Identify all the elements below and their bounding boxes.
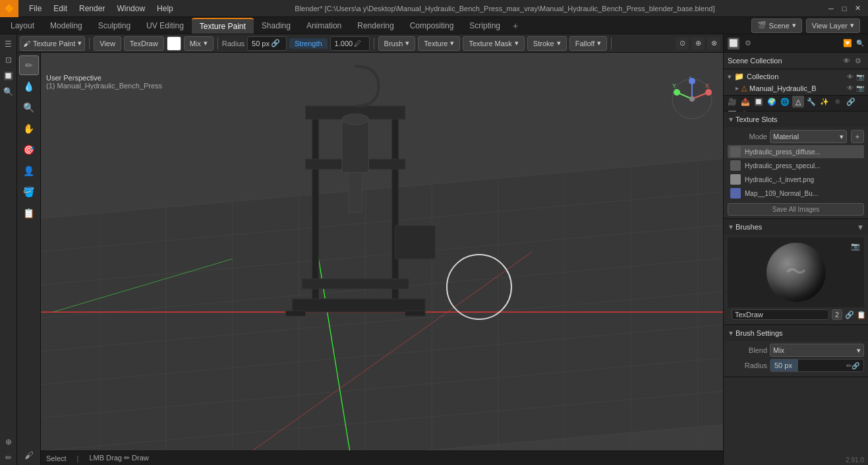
color-swatch[interactable]: [167, 36, 181, 51]
scene-selector[interactable]: 🎬 Scene ▾: [751, 18, 802, 33]
stroke-btn[interactable]: Stroke▾: [527, 36, 567, 51]
search-placeholder: 🔍: [856, 40, 864, 47]
brush-settings-header[interactable]: ▾ Brush Settings: [724, 325, 868, 341]
filter-icon[interactable]: 🔽: [842, 38, 854, 49]
save-all-images-btn[interactable]: Save All Images: [728, 203, 864, 216]
menu-file[interactable]: File: [24, 3, 47, 15]
mask-tool[interactable]: 👤: [19, 161, 39, 181]
maximize-button[interactable]: □: [839, 3, 850, 14]
add-slot-btn[interactable]: +: [851, 130, 864, 143]
texture-slot-1[interactable]: Hydraulic_press_specul...: [728, 159, 864, 172]
tab-scripting[interactable]: Scripting: [461, 18, 508, 34]
outliner-icon[interactable]: ⬜: [728, 38, 739, 49]
brush-btn[interactable]: Brush▾: [378, 36, 416, 51]
brush-link-icon[interactable]: 🔗: [845, 309, 854, 321]
tab-animation[interactable]: Animation: [299, 18, 349, 34]
object-eye[interactable]: 👁: [847, 84, 854, 92]
blend-dropdown[interactable]: Mix ▾: [770, 344, 864, 357]
menu-edit[interactable]: Edit: [48, 3, 72, 15]
smear-tool[interactable]: ✋: [19, 119, 39, 139]
clone-tool[interactable]: 🎯: [19, 140, 39, 160]
texture-slot-0[interactable]: Hydraulic_press_diffuse...: [728, 145, 864, 158]
window-title: Blender* [C:\Users\a y\Desktop\Manual_Hy…: [184, 5, 826, 13]
fill-tool[interactable]: 💧: [19, 77, 39, 96]
texture-mask-btn[interactable]: Texture Mask▾: [463, 36, 524, 51]
falloff-btn[interactable]: Falloff▾: [569, 36, 608, 51]
texture-slots-header[interactable]: ▾ Texture Slots: [724, 111, 868, 127]
texture-btn[interactable]: Texture▾: [418, 36, 460, 51]
radius-input[interactable]: 50 px 🔗: [247, 36, 287, 51]
transform-icon[interactable]: ⊕: [1, 435, 16, 449]
brush-name-label: TexDraw: [130, 40, 158, 47]
prop-world[interactable]: 🌐: [779, 96, 791, 108]
options-tool[interactable]: 🖌: [19, 445, 39, 465]
tool-icon-toggle[interactable]: ☰: [1, 37, 16, 51]
prop-output[interactable]: 📤: [739, 96, 751, 108]
menu-help[interactable]: Help: [152, 3, 179, 15]
mode-dropdown-slot[interactable]: Material ▾: [770, 130, 847, 143]
prop-render[interactable]: 🎥: [726, 96, 738, 108]
annotate-icon[interactable]: ✏: [1, 450, 16, 465]
texture-slot-3[interactable]: Map__109_Normal_Bu...: [728, 187, 864, 200]
tab-modeling[interactable]: Modeling: [42, 18, 90, 34]
scene-collection-settings[interactable]: ⚙: [852, 55, 864, 67]
prop-physics[interactable]: ⚛: [832, 96, 844, 108]
tab-sculpting[interactable]: Sculpting: [90, 18, 138, 34]
mode-icon[interactable]: ⊡: [1, 53, 16, 67]
brush-copy-icon[interactable]: 📋: [857, 309, 866, 321]
radius-slider[interactable]: 50 px ✏ 🔗: [770, 359, 864, 372]
collection-camera-icon[interactable]: 📷: [856, 73, 864, 80]
annotate-tool[interactable]: 📋: [19, 203, 39, 223]
overlay-icon[interactable]: ⊕: [691, 37, 705, 50]
draw-tool[interactable]: ✏: [19, 55, 39, 75]
scene-collection-eye[interactable]: 👁: [840, 55, 852, 67]
view-layer-selector[interactable]: View Layer ▾: [806, 18, 860, 33]
brush-name-display[interactable]: TexDraw: [124, 36, 164, 51]
brushes-header[interactable]: ▾ Brushes ▾: [724, 219, 868, 235]
view-btn[interactable]: View: [94, 36, 121, 51]
blend-label: Blend: [728, 346, 767, 354]
scene-collection-label: Scene Collection: [728, 57, 782, 65]
strength-input[interactable]: 1.000 🖊: [330, 36, 370, 51]
brush-preview-new[interactable]: 📷: [850, 240, 861, 252]
prop-scene[interactable]: 🌍: [766, 96, 778, 108]
soften-tool[interactable]: 🔍: [19, 98, 39, 117]
toolbar-sep-2: [217, 38, 218, 49]
tab-rendering[interactable]: Rendering: [349, 18, 401, 34]
prop-object[interactable]: △: [792, 96, 804, 108]
minimize-button[interactable]: ─: [826, 3, 836, 14]
collection-item-main[interactable]: ▾ 📁 Collection 👁 📷: [728, 71, 864, 82]
tab-compositing[interactable]: Compositing: [402, 18, 462, 34]
3d-viewport[interactable]: User Perspective (1) Manual_Hydraulic_Be…: [41, 53, 723, 465]
viewport-icon[interactable]: 🔲: [1, 69, 16, 83]
prop-particles[interactable]: ✨: [819, 96, 830, 108]
tab-uv-editing[interactable]: UV Editing: [138, 18, 192, 34]
tab-texture-paint[interactable]: Texture Paint: [192, 18, 254, 34]
texture-slot-2[interactable]: Hydraulic_..t_invert.png: [728, 173, 864, 186]
properties-icon[interactable]: ⚙: [742, 38, 754, 49]
prop-view-layer[interactable]: 🔲: [753, 96, 765, 108]
menu-render[interactable]: Render: [74, 3, 110, 15]
collection-item-object[interactable]: ▸ △ Manual_Hydraulic_B 👁 📷: [728, 82, 864, 94]
prop-constraints[interactable]: 🔗: [845, 96, 857, 108]
brushes-expand-icon[interactable]: ▾: [858, 222, 863, 232]
close-button[interactable]: ✕: [852, 3, 863, 14]
mode-label: Mode: [728, 133, 767, 140]
tab-layout[interactable]: Layout: [3, 18, 42, 34]
viewport-shading-icon[interactable]: ⊙: [676, 37, 689, 50]
prop-modifier[interactable]: 🔧: [805, 96, 817, 108]
texture-tool[interactable]: 🪣: [19, 182, 39, 202]
scene-collection-content: ▾ 📁 Collection 👁 📷 ▸ △ Manual_Hydraulic_…: [724, 69, 868, 95]
object-render-icon[interactable]: 📷: [856, 84, 864, 92]
mode-dropdown[interactable]: 🖌 Texture Paint ▾: [20, 36, 85, 51]
collection-eye[interactable]: 👁: [847, 73, 854, 80]
gizmo-icon[interactable]: ⊗: [707, 37, 720, 50]
blend-mode-btn[interactable]: Mix ▾: [184, 36, 214, 51]
brush-name-field[interactable]: [732, 309, 829, 320]
tab-shading[interactable]: Shading: [254, 18, 299, 34]
search-icon[interactable]: 🔍: [1, 84, 16, 99]
viewport-gizmo[interactable]: X Y Z: [669, 76, 715, 122]
menu-window[interactable]: Window: [111, 3, 150, 15]
add-workspace-button[interactable]: +: [508, 18, 523, 33]
blend-value: Mix: [773, 346, 784, 354]
